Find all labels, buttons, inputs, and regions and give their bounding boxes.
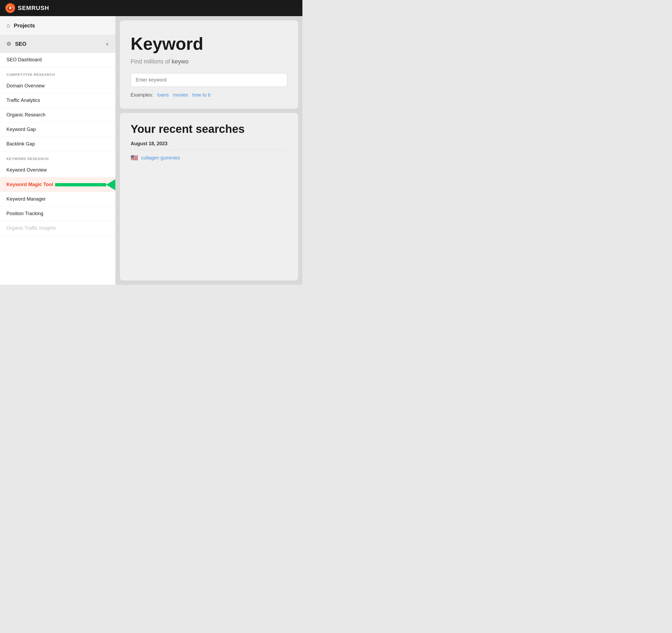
- sidebar-item-position-tracking[interactable]: Position Tracking: [0, 207, 115, 221]
- chevron-down-icon: ∨: [106, 41, 109, 47]
- recent-date-label: August 18, 2023: [130, 141, 287, 146]
- section-label-competitive-research: COMPETITIVE RESEARCH: [0, 67, 115, 79]
- seo-label: SEO: [15, 41, 102, 47]
- keyword-magic-tool-label: Keyword Magic Tool: [6, 182, 53, 187]
- recent-searches-title: Your recent searches: [130, 123, 287, 136]
- main-layout: ⌂ Projects ⚙ SEO ∨ SEO Dashboard COMPETI…: [0, 16, 303, 285]
- example-loans[interactable]: loans: [157, 92, 169, 98]
- example-movies[interactable]: movies: [173, 92, 188, 98]
- sidebar-item-organic-traffic-insights: Organic Traffic Insights: [0, 221, 115, 236]
- topbar: SEMRUSH: [0, 0, 303, 16]
- sidebar-item-seo-dashboard[interactable]: SEO Dashboard: [0, 53, 115, 67]
- arrow-line: [55, 183, 106, 186]
- section-label-keyword-research: KEYWORD RESEARCH: [0, 151, 115, 163]
- sidebar-item-projects[interactable]: ⌂ Projects: [0, 16, 115, 35]
- recent-searches-card: Your recent searches August 18, 2023 🇺🇸 …: [120, 113, 298, 280]
- content-area: Keyword Find millions of keywo Examples:…: [116, 16, 303, 285]
- keyword-input-wrap[interactable]: [130, 73, 287, 87]
- green-arrow-annotation: [55, 177, 116, 193]
- examples-label: Examples:: [130, 92, 153, 98]
- keyword-tool-title: Keyword: [130, 34, 287, 54]
- seo-icon: ⚙: [6, 41, 11, 47]
- keyword-tool-subtitle: Find millions of keywo: [130, 58, 287, 65]
- arrow-head-left: [106, 177, 116, 193]
- sidebar-item-keyword-gap[interactable]: Keyword Gap: [0, 122, 115, 137]
- sidebar: ⌂ Projects ⚙ SEO ∨ SEO Dashboard COMPETI…: [0, 16, 116, 285]
- sidebar-item-organic-research[interactable]: Organic Research: [0, 108, 115, 122]
- seo-dashboard-label: SEO Dashboard: [6, 57, 42, 62]
- us-flag-icon: 🇺🇸: [130, 154, 138, 161]
- sidebar-item-domain-overview[interactable]: Domain Overview: [0, 79, 115, 93]
- logo-text: SEMRUSH: [18, 5, 49, 11]
- sidebar-item-backlink-gap[interactable]: Backlink Gap: [0, 137, 115, 151]
- active-row-wrapper: Keyword Magic Tool: [0, 178, 115, 192]
- recent-search-text: collagen gummies: [141, 155, 180, 161]
- subtitle-partial: keywo: [172, 58, 188, 65]
- date-divider: [130, 150, 287, 150]
- keyword-card: Keyword Find millions of keywo Examples:…: [120, 20, 298, 109]
- recent-search-item[interactable]: 🇺🇸 collagen gummies: [130, 154, 287, 161]
- home-icon: ⌂: [6, 22, 10, 29]
- logo-container: SEMRUSH: [5, 3, 49, 13]
- example-how-to[interactable]: how to b: [192, 92, 211, 98]
- sidebar-item-traffic-analytics[interactable]: Traffic Analytics: [0, 93, 115, 108]
- examples-row: Examples: loans movies how to b: [130, 92, 287, 98]
- sidebar-item-keyword-manager[interactable]: Keyword Manager: [0, 192, 115, 207]
- recent-title-suffix: s: [238, 123, 245, 135]
- seo-section-header[interactable]: ⚙ SEO ∨: [0, 35, 115, 53]
- sidebar-item-keyword-overview[interactable]: Keyword Overview: [0, 163, 115, 178]
- keyword-input[interactable]: [136, 77, 282, 83]
- semrush-logo-icon: [5, 3, 15, 13]
- projects-label: Projects: [14, 23, 35, 29]
- svg-point-2: [9, 7, 11, 9]
